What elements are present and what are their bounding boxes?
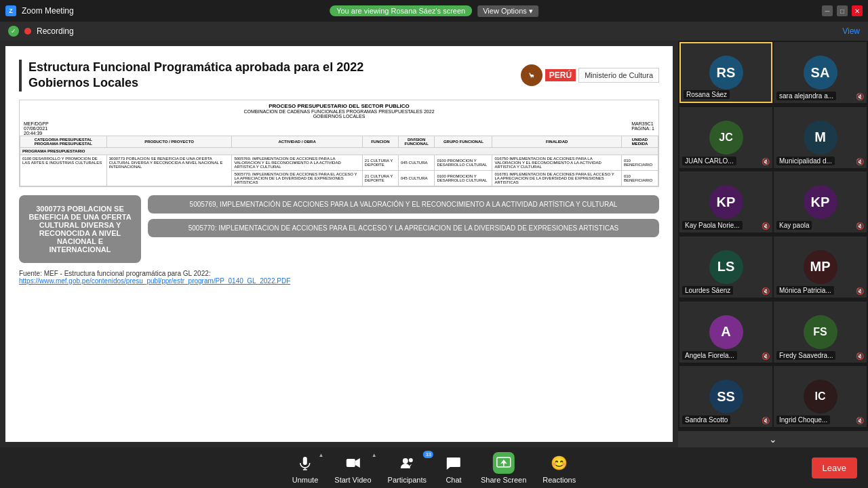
doc-title1: PROCESO PRESUPUESTARIO DEL SECTOR PUBLIC… — [24, 103, 654, 109]
avatar: RS — [709, 56, 743, 89]
col-categoria: CATEGORIA PRESUPUESTALPROGRAMA PRESUPUES… — [20, 136, 107, 147]
footer-link[interactable]: https://www.mef.gob.pe/contenidos/presu_… — [19, 277, 290, 285]
col-finalidad: FINALIDAD — [492, 136, 621, 147]
table-subheader-row: PROGRAMA PRESUPUESTARIO — [20, 147, 658, 155]
participant-tile: MPMónica Patricia...🔇 — [774, 237, 867, 298]
cell-division2: 045 CULTURA — [398, 170, 435, 186]
view-options-button[interactable]: View Options ▾ — [477, 5, 538, 17]
unmute-button[interactable]: ▲ Unmute — [292, 452, 319, 484]
col-producto: PRODUCTO / PROYECTO — [106, 136, 232, 147]
participant-name: Angela Fiorela... — [682, 351, 737, 360]
mute-icon: 🔇 — [856, 417, 864, 424]
chat-button[interactable]: Chat — [443, 452, 465, 484]
participant-tile: LSLourdes Sáenz🔇 — [679, 237, 772, 298]
col-funcion: FUNCION — [362, 136, 398, 147]
col-grupo: GRUPO FUNCIONAL — [435, 136, 492, 147]
zoom-icon: Z — [5, 5, 16, 16]
taskbar-center: ▲ Unmute ▲ Start Video — [292, 452, 576, 484]
mute-icon: 🔇 — [762, 287, 770, 295]
doc-table-meta: MEF/DGPP 07/06/2021 20:44:39 MAR39C1 PAG… — [20, 121, 658, 136]
participant-name: Mónica Patricia... — [776, 286, 834, 295]
participants-icon — [396, 452, 418, 474]
recording-bar: ✓ Recording View — [0, 22, 868, 41]
meta-right: MAR39C1 PAGINA: 1 — [631, 121, 654, 136]
doc-table-wrapper: PROCESO PRESUPUESTARIO DEL SECTOR PUBLIC… — [19, 100, 659, 187]
video-caret: ▲ — [372, 452, 377, 458]
mute-icon: 🔇 — [762, 222, 770, 230]
mute-icon: 🔇 — [856, 287, 864, 295]
window-controls: ─ □ ✕ — [822, 5, 863, 16]
participant-name: Kay Paola Norie... — [682, 221, 743, 230]
doc-table-header: PROCESO PRESUPUESTARIO DEL SECTOR PUBLIC… — [20, 100, 658, 121]
mute-icon: 🔇 — [762, 417, 770, 424]
participant-name: sara alejandra a... — [776, 92, 836, 100]
cell-actividad1: 5005769. IMPLEMENTACION DE ACCIONES PARA… — [232, 155, 362, 170]
participant-name: Sandra Scotto — [682, 415, 730, 424]
doc-title3: GOBIERNOS LOCALES — [24, 114, 654, 119]
share-screen-icon — [493, 452, 515, 474]
doc-title2: COMBINACION DE CADENAS FUNCIONALES PROGR… — [24, 109, 654, 114]
cell-funcion2: 21 CULTURA Y DEPORTE — [362, 170, 398, 186]
cell-finalidad2: 016781 IMPLEMENTACION DE ACCIONES PARA E… — [492, 170, 621, 186]
leave-button[interactable]: Leave — [812, 458, 857, 479]
meta-left: MEF/DGPP 07/06/2021 20:44:39 — [24, 121, 49, 136]
cell-actividad2: 5005770. IMPLEMENTACION DE ACCIONES PARA… — [232, 170, 362, 186]
start-video-button[interactable]: ▲ Start Video — [334, 452, 371, 484]
microphone-icon — [294, 452, 316, 474]
main-area: Estructura Funcional Programática aproba… — [0, 41, 868, 447]
maximize-button[interactable]: □ — [837, 5, 848, 16]
slide-container: Estructura Funcional Programática aproba… — [5, 46, 673, 442]
impl-box-1: 5005769, IMPLEMENTACIÓN DE ACCIONES PARA… — [148, 195, 659, 214]
ministerio-label: Ministerio de Cultura — [578, 68, 659, 83]
participant-tile: JCJUAN CARLO...🔇 — [679, 107, 772, 168]
title-bar: Z Zoom Meeting You are viewing Rosana Sá… — [0, 0, 868, 22]
reactions-button[interactable]: 😊 Reactions — [542, 452, 576, 484]
minimize-button[interactable]: ─ — [822, 5, 833, 16]
participant-name: Ingrid Choque... — [776, 415, 830, 424]
participant-tile: ICIngrid Choque...🔇 — [774, 366, 867, 427]
unmute-caret: ▲ — [318, 452, 323, 458]
scroll-down-button[interactable]: ⌄ — [678, 431, 868, 447]
peru-badge: PERÚ — [545, 69, 576, 81]
cell-finalidad1: 016750 IMPLEMENTACION DE ACCIONES PARA L… — [492, 155, 621, 170]
table-header-row: CATEGORIA PRESUPUESTALPROGRAMA PRESUPUES… — [20, 136, 658, 147]
participant-tile: MMunicipalidad d...🔇 — [774, 107, 867, 168]
close-button[interactable]: ✕ — [852, 5, 863, 16]
share-screen-button[interactable]: Share Screen — [481, 452, 526, 484]
reactions-icon: 😊 — [549, 452, 570, 474]
avatar: KP — [709, 185, 743, 219]
col-actividad: ACTIVIDAD / OBRA — [232, 136, 362, 147]
slide-title: Estructura Funcional Programática aproba… — [19, 60, 363, 92]
participant-tile: AAngela Fiorela...🔇 — [679, 302, 772, 363]
participant-tile: RSRosana Sáez — [679, 42, 772, 103]
presentation-area: Estructura Funcional Programática aproba… — [0, 41, 678, 447]
participant-tile: KPKay Paola Norie...🔇 — [679, 171, 772, 232]
title-bar-center: You are viewing Rosana Sáez's screen Vie… — [330, 5, 538, 17]
title-bar-left: Z Zoom Meeting — [5, 5, 74, 16]
participant-name: JUAN CARLO... — [682, 157, 736, 165]
implementation-boxes: 5005769, IMPLEMENTACIÓN DE ACCIONES PARA… — [148, 195, 659, 263]
mute-icon: 🔇 — [856, 93, 864, 100]
svg-rect-3 — [346, 459, 355, 467]
participant-name: Kay paola — [776, 221, 812, 230]
participant-name: Fredy Saavedra... — [776, 351, 835, 360]
cell-unidad1: 010 BENEFICIARIO — [621, 155, 658, 170]
col-unidad: UNIDAD MEDIDA — [621, 136, 658, 147]
cell-division1: 045 CULTURA — [398, 155, 435, 170]
view-button[interactable]: View — [842, 26, 860, 36]
mute-icon: 🔇 — [856, 352, 864, 360]
mute-icon: 🔇 — [762, 158, 770, 165]
participant-tile: KPKay paola🔇 — [774, 171, 867, 232]
cell-categoria: 0100 DESARROLLO Y PROMOCION DE LAS ARTES… — [20, 155, 107, 186]
avatar: M — [804, 121, 837, 155]
recording-dot — [24, 28, 31, 35]
participants-button[interactable]: 33 Participants — [388, 452, 427, 484]
svg-point-5 — [402, 458, 408, 464]
content-boxes: 3000773 POBLACION SE BENEFICIA DE UNA OF… — [19, 195, 659, 263]
impl-box-2: 5005770: IMPLEMENTACION DE ACCIONES PARA… — [148, 219, 659, 237]
svg-marker-4 — [355, 458, 359, 468]
cell-producto: 3000773 POBLACION SE BENEFICIA DE UNA OF… — [106, 155, 232, 186]
mute-icon: 🔇 — [856, 158, 864, 165]
video-icon — [342, 452, 363, 474]
green-check-icon: ✓ — [8, 26, 19, 37]
